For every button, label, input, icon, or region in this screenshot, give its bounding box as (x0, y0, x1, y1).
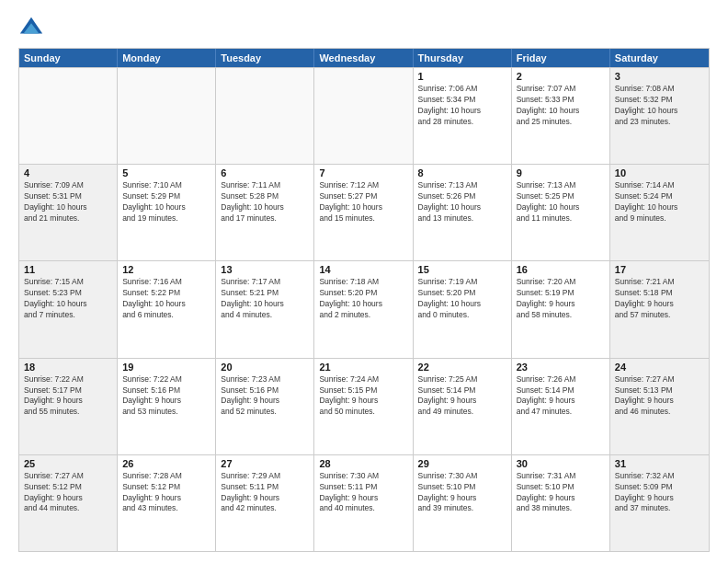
calendar-header-day: Wednesday (314, 49, 413, 67)
calendar-cell (118, 68, 216, 164)
calendar-cell: 2Sunrise: 7:07 AMSunset: 5:33 PMDaylight… (512, 68, 610, 164)
cell-info: Sunrise: 7:24 AMSunset: 5:15 PMDaylight:… (319, 374, 407, 419)
cell-info: Sunrise: 7:31 AMSunset: 5:10 PMDaylight:… (517, 471, 605, 515)
day-number: 3 (615, 71, 704, 82)
day-number: 18 (24, 362, 112, 373)
calendar-cell: 25Sunrise: 7:27 AMSunset: 5:12 PMDayligh… (19, 455, 118, 551)
day-number: 2 (517, 71, 605, 82)
day-number: 8 (418, 167, 506, 178)
cell-info: Sunrise: 7:27 AMSunset: 5:13 PMDaylight:… (615, 374, 704, 419)
calendar-cell: 26Sunrise: 7:28 AMSunset: 5:12 PMDayligh… (118, 455, 216, 551)
calendar-cell: 9Sunrise: 7:13 AMSunset: 5:25 PMDaylight… (512, 165, 610, 260)
day-number: 24 (615, 362, 704, 373)
calendar: SundayMondayTuesdayWednesdayThursdayFrid… (18, 48, 710, 552)
day-number: 10 (615, 167, 704, 178)
calendar-cell: 14Sunrise: 7:18 AMSunset: 5:20 PMDayligh… (314, 261, 413, 357)
calendar-cell: 17Sunrise: 7:21 AMSunset: 5:18 PMDayligh… (610, 261, 709, 357)
day-number: 6 (221, 167, 309, 178)
cell-info: Sunrise: 7:11 AMSunset: 5:28 PMDaylight:… (221, 180, 309, 224)
day-number: 22 (418, 362, 506, 373)
calendar-cell (19, 68, 118, 164)
day-number: 13 (221, 264, 309, 275)
calendar-cell: 18Sunrise: 7:22 AMSunset: 5:17 PMDayligh… (19, 359, 118, 454)
header (18, 15, 710, 40)
calendar-row: 1Sunrise: 7:06 AMSunset: 5:34 PMDaylight… (19, 67, 709, 164)
day-number: 17 (615, 264, 704, 275)
calendar-row: 4Sunrise: 7:09 AMSunset: 5:31 PMDaylight… (19, 164, 709, 260)
cell-info: Sunrise: 7:06 AMSunset: 5:34 PMDaylight:… (418, 84, 506, 128)
day-number: 25 (24, 458, 112, 469)
day-number: 27 (221, 458, 309, 469)
cell-info: Sunrise: 7:20 AMSunset: 5:19 PMDaylight:… (517, 277, 605, 321)
cell-info: Sunrise: 7:22 AMSunset: 5:16 PMDaylight:… (122, 374, 210, 419)
day-number: 28 (319, 458, 407, 469)
calendar-row: 25Sunrise: 7:27 AMSunset: 5:12 PMDayligh… (19, 454, 709, 551)
calendar-cell: 5Sunrise: 7:10 AMSunset: 5:29 PMDaylight… (118, 165, 216, 260)
calendar-cell: 6Sunrise: 7:11 AMSunset: 5:28 PMDaylight… (216, 165, 314, 260)
day-number: 9 (517, 167, 605, 178)
day-number: 7 (319, 167, 407, 178)
day-number: 16 (517, 264, 605, 275)
day-number: 30 (517, 458, 605, 469)
cell-info: Sunrise: 7:18 AMSunset: 5:20 PMDaylight:… (319, 277, 407, 321)
day-number: 4 (24, 167, 112, 178)
day-number: 1 (418, 71, 506, 82)
cell-info: Sunrise: 7:28 AMSunset: 5:12 PMDaylight:… (122, 471, 210, 515)
calendar-cell: 30Sunrise: 7:31 AMSunset: 5:10 PMDayligh… (512, 455, 610, 551)
cell-info: Sunrise: 7:14 AMSunset: 5:24 PMDaylight:… (615, 180, 704, 224)
cell-info: Sunrise: 7:29 AMSunset: 5:11 PMDaylight:… (221, 471, 309, 515)
calendar-header-day: Sunday (19, 49, 118, 67)
calendar-cell: 20Sunrise: 7:23 AMSunset: 5:16 PMDayligh… (216, 359, 314, 454)
logo (18, 15, 48, 40)
day-number: 14 (319, 264, 407, 275)
calendar-cell: 24Sunrise: 7:27 AMSunset: 5:13 PMDayligh… (610, 359, 709, 454)
day-number: 20 (221, 362, 309, 373)
day-number: 12 (122, 264, 210, 275)
cell-info: Sunrise: 7:13 AMSunset: 5:25 PMDaylight:… (517, 180, 605, 224)
calendar-cell: 4Sunrise: 7:09 AMSunset: 5:31 PMDaylight… (19, 165, 118, 260)
day-number: 31 (615, 458, 704, 469)
calendar-cell: 1Sunrise: 7:06 AMSunset: 5:34 PMDaylight… (414, 68, 512, 164)
day-number: 29 (418, 458, 506, 469)
cell-info: Sunrise: 7:15 AMSunset: 5:23 PMDaylight:… (24, 277, 112, 321)
calendar-cell (216, 68, 314, 164)
calendar-cell: 13Sunrise: 7:17 AMSunset: 5:21 PMDayligh… (216, 261, 314, 357)
calendar-cell (314, 68, 413, 164)
calendar-cell: 29Sunrise: 7:30 AMSunset: 5:10 PMDayligh… (414, 455, 512, 551)
calendar-cell: 3Sunrise: 7:08 AMSunset: 5:32 PMDaylight… (610, 68, 709, 164)
cell-info: Sunrise: 7:30 AMSunset: 5:10 PMDaylight:… (418, 471, 506, 515)
calendar-cell: 16Sunrise: 7:20 AMSunset: 5:19 PMDayligh… (512, 261, 610, 357)
cell-info: Sunrise: 7:26 AMSunset: 5:14 PMDaylight:… (517, 374, 605, 419)
calendar-header: SundayMondayTuesdayWednesdayThursdayFrid… (19, 49, 709, 67)
cell-info: Sunrise: 7:22 AMSunset: 5:17 PMDaylight:… (24, 374, 112, 419)
day-number: 5 (122, 167, 210, 178)
day-number: 23 (517, 362, 605, 373)
calendar-cell: 11Sunrise: 7:15 AMSunset: 5:23 PMDayligh… (19, 261, 118, 357)
calendar-cell: 10Sunrise: 7:14 AMSunset: 5:24 PMDayligh… (610, 165, 709, 260)
calendar-header-day: Tuesday (216, 49, 314, 67)
cell-info: Sunrise: 7:10 AMSunset: 5:29 PMDaylight:… (122, 180, 210, 224)
day-number: 26 (122, 458, 210, 469)
calendar-row: 11Sunrise: 7:15 AMSunset: 5:23 PMDayligh… (19, 260, 709, 357)
logo-icon (18, 15, 44, 40)
calendar-cell: 15Sunrise: 7:19 AMSunset: 5:20 PMDayligh… (414, 261, 512, 357)
cell-info: Sunrise: 7:17 AMSunset: 5:21 PMDaylight:… (221, 277, 309, 321)
calendar-cell: 12Sunrise: 7:16 AMSunset: 5:22 PMDayligh… (118, 261, 216, 357)
calendar-header-day: Friday (512, 49, 610, 67)
calendar-row: 18Sunrise: 7:22 AMSunset: 5:17 PMDayligh… (19, 358, 709, 454)
day-number: 11 (24, 264, 112, 275)
cell-info: Sunrise: 7:19 AMSunset: 5:20 PMDaylight:… (418, 277, 506, 321)
calendar-header-day: Thursday (414, 49, 512, 67)
cell-info: Sunrise: 7:09 AMSunset: 5:31 PMDaylight:… (24, 180, 112, 224)
calendar-cell: 28Sunrise: 7:30 AMSunset: 5:11 PMDayligh… (314, 455, 413, 551)
cell-info: Sunrise: 7:12 AMSunset: 5:27 PMDaylight:… (319, 180, 407, 224)
cell-info: Sunrise: 7:16 AMSunset: 5:22 PMDaylight:… (122, 277, 210, 321)
cell-info: Sunrise: 7:23 AMSunset: 5:16 PMDaylight:… (221, 374, 309, 419)
cell-info: Sunrise: 7:30 AMSunset: 5:11 PMDaylight:… (319, 471, 407, 515)
cell-info: Sunrise: 7:27 AMSunset: 5:12 PMDaylight:… (24, 471, 112, 515)
calendar-cell: 27Sunrise: 7:29 AMSunset: 5:11 PMDayligh… (216, 455, 314, 551)
cell-info: Sunrise: 7:21 AMSunset: 5:18 PMDaylight:… (615, 277, 704, 321)
calendar-cell: 8Sunrise: 7:13 AMSunset: 5:26 PMDaylight… (414, 165, 512, 260)
calendar-cell: 23Sunrise: 7:26 AMSunset: 5:14 PMDayligh… (512, 359, 610, 454)
day-number: 21 (319, 362, 407, 373)
